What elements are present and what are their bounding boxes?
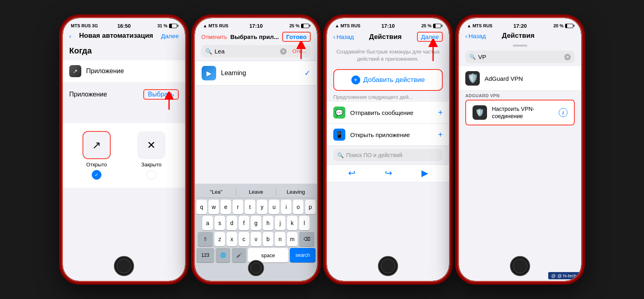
key-u[interactable]: u bbox=[269, 200, 279, 214]
vpn-search-value[interactable]: VP bbox=[478, 53, 486, 60]
key-e[interactable]: e bbox=[221, 200, 231, 214]
key-t[interactable]: t bbox=[245, 200, 255, 214]
home-button-inner-1 bbox=[117, 259, 131, 273]
key-o[interactable]: o bbox=[293, 200, 303, 214]
list-item-label-1: Приложение bbox=[86, 68, 179, 75]
key-123[interactable]: 123 bbox=[196, 248, 214, 262]
add-action-btn-3[interactable]: + Добавить действие bbox=[333, 69, 443, 91]
spacer-2 bbox=[195, 86, 317, 184]
key-k[interactable]: k bbox=[287, 216, 297, 230]
key-z[interactable]: z bbox=[215, 232, 225, 246]
search-input-2[interactable]: Lea bbox=[215, 48, 278, 55]
key-search[interactable]: search bbox=[290, 248, 316, 262]
key-d[interactable]: d bbox=[227, 216, 237, 230]
closed-check[interactable] bbox=[147, 170, 156, 180]
opened-label: Открыто bbox=[86, 162, 107, 168]
key-x[interactable]: x bbox=[227, 232, 237, 246]
key-n[interactable]: n bbox=[275, 232, 285, 246]
suggestion-icon-0: 💬 bbox=[333, 106, 345, 119]
battery-icon-1 bbox=[169, 24, 177, 28]
key-f[interactable]: f bbox=[239, 216, 249, 230]
nav-back-3[interactable]: ‹ Назад bbox=[333, 33, 354, 40]
home-button-3[interactable] bbox=[378, 256, 398, 276]
nav-title-1: Новая автоматизация bbox=[79, 32, 153, 40]
suggestion-item-0[interactable]: 💬 Отправить сообщение + bbox=[327, 102, 449, 124]
key-delete[interactable]: ⌫ bbox=[299, 232, 314, 246]
bottom-redo-3[interactable]: ↪ bbox=[385, 168, 392, 178]
vpn-app-logo: 🛡️ bbox=[467, 73, 478, 84]
nav-action-1[interactable]: Далее bbox=[161, 33, 179, 39]
vpn-app-row[interactable]: 🛡️ AdGuard VPN bbox=[459, 66, 581, 91]
chevron-left-icon-1: ‹ bbox=[69, 33, 71, 39]
home-button-1[interactable] bbox=[114, 256, 134, 276]
drag-handle bbox=[513, 45, 527, 47]
chevron-left-icon-3: ‹ bbox=[333, 33, 335, 40]
pred-0[interactable]: "Lea" bbox=[196, 188, 236, 196]
key-globe[interactable]: 🌐 bbox=[216, 248, 230, 262]
key-y[interactable]: y bbox=[257, 200, 267, 214]
closed-label: Закрыто bbox=[141, 162, 161, 168]
key-q[interactable]: q bbox=[196, 200, 207, 214]
status-bar-1: MTS RUS 3G 16:50 31 % bbox=[63, 18, 185, 30]
suggestion-plus-1[interactable]: + bbox=[438, 130, 443, 139]
add-action-label-3: Добавить действие bbox=[363, 76, 425, 84]
bottom-play-3[interactable]: ▶ bbox=[421, 168, 428, 178]
key-v[interactable]: v bbox=[251, 232, 261, 246]
battery-icon-2 bbox=[301, 24, 309, 28]
cancel-button-2[interactable]: Отменить bbox=[201, 34, 227, 40]
opened-icon-box[interactable]: ↗ bbox=[83, 131, 111, 159]
home-area-2 bbox=[195, 265, 317, 281]
suggestion-plus-0[interactable]: + bbox=[438, 108, 443, 117]
handle-area bbox=[459, 43, 581, 49]
key-b[interactable]: b bbox=[263, 232, 273, 246]
wifi-icon-3: ▲ bbox=[335, 23, 341, 28]
list-item-app-1[interactable]: ↗ Приложение bbox=[63, 60, 185, 82]
key-j[interactable]: j bbox=[275, 216, 285, 230]
home-button-2[interactable] bbox=[248, 260, 264, 276]
time-1: 16:50 bbox=[117, 23, 130, 29]
key-r[interactable]: r bbox=[233, 200, 243, 214]
app-select-label: Приложение bbox=[69, 91, 107, 98]
info-button-4[interactable]: i bbox=[559, 108, 568, 117]
search-actions-placeholder: Поиск ПО и действий bbox=[346, 152, 402, 158]
search-actions-3[interactable]: 🔍 Поиск ПО и действий bbox=[333, 149, 443, 161]
key-mic[interactable]: 🎤 bbox=[232, 248, 246, 262]
key-c[interactable]: c bbox=[239, 232, 249, 246]
vpn-action-item[interactable]: 🛡️ Настроить VPN-соединение i bbox=[465, 100, 575, 125]
bottom-undo-3[interactable]: ↩ bbox=[348, 168, 355, 178]
vpn-search-4[interactable]: 🔍 VP ✕ bbox=[465, 51, 575, 63]
app-list-item-2[interactable]: ▶ Learning ✓ bbox=[195, 61, 317, 86]
suggestion-item-1[interactable]: 📱 Открыть приложение + bbox=[327, 124, 449, 146]
done-button-2[interactable]: Готово bbox=[282, 32, 311, 42]
phone-2: ▲ MTS RUS 17:10 25 % Отменить Выбрать пр… bbox=[194, 17, 318, 282]
watermark: @ @ hi-tech bbox=[548, 272, 580, 279]
check-icon-1: ✓ bbox=[95, 172, 99, 178]
key-i[interactable]: i bbox=[281, 200, 291, 214]
learning-icon: ▶ bbox=[206, 70, 211, 77]
battery-icon-4 bbox=[565, 24, 573, 28]
wifi-icon-2: ▲ bbox=[203, 23, 208, 28]
key-g[interactable]: g bbox=[251, 216, 261, 230]
vpn-search-clear[interactable]: ✕ bbox=[564, 54, 571, 60]
home-button-4[interactable] bbox=[510, 256, 530, 276]
key-p[interactable]: p bbox=[305, 200, 316, 214]
vpn-action-icon: 🛡️ bbox=[473, 105, 487, 120]
nav-back-4[interactable]: ‹ Назад bbox=[465, 33, 486, 39]
battery-area-2: 25 % bbox=[289, 23, 309, 28]
search-clear-2[interactable]: ✕ bbox=[280, 48, 287, 55]
key-h[interactable]: h bbox=[263, 216, 273, 230]
key-shift[interactable]: ⇧ bbox=[198, 232, 213, 246]
bottom-bar-3: ↩ ↪ ▶ bbox=[327, 164, 449, 182]
pred-2[interactable]: Leaving bbox=[276, 188, 316, 196]
kbd-row-3: ⇧ z x c v b n m ⌫ bbox=[196, 232, 316, 246]
closed-icon-box[interactable]: ✕ bbox=[137, 131, 165, 159]
key-s[interactable]: s bbox=[215, 216, 225, 230]
key-a[interactable]: a bbox=[202, 216, 213, 230]
key-w[interactable]: w bbox=[208, 200, 219, 214]
key-m[interactable]: m bbox=[287, 232, 297, 246]
kbd-row-1: q w e r t y u i o p bbox=[196, 200, 316, 214]
pred-1[interactable]: Leave bbox=[236, 188, 276, 196]
opened-check[interactable]: ✓ bbox=[92, 170, 101, 180]
nav-back-1[interactable]: ‹ bbox=[69, 33, 71, 39]
key-l[interactable]: l bbox=[299, 216, 310, 230]
